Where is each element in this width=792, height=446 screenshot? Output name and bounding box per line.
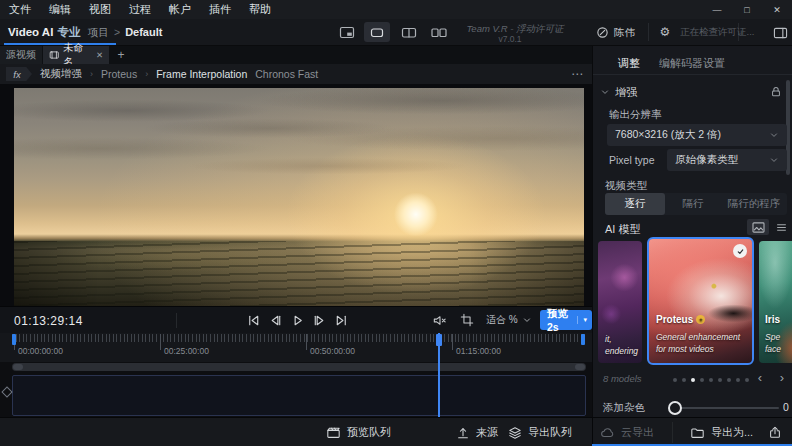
filter-enhancement-model[interactable]: Proteus	[101, 68, 137, 80]
export-queue-button[interactable]: 导出队列	[508, 424, 572, 441]
prev-frame-button[interactable]	[264, 309, 286, 331]
carousel-dot[interactable]	[682, 378, 686, 382]
jump-start-button[interactable]	[242, 309, 264, 331]
carousel-dot-active[interactable]	[691, 378, 695, 382]
next-frame-button[interactable]	[308, 309, 330, 331]
menu-edit[interactable]: 编辑	[40, 0, 80, 19]
view-mode-pip-button[interactable]	[334, 22, 360, 42]
upload-icon	[456, 426, 470, 440]
video-preview	[14, 88, 584, 306]
segment-interlaced-progressive[interactable]: 隔行的程序	[721, 193, 787, 215]
project-breadcrumb: 项目>Default	[88, 26, 162, 40]
tab-codec-settings[interactable]: 编解码器设置	[659, 56, 725, 71]
menu-file[interactable]: 文件	[0, 0, 40, 19]
carousel-dot[interactable]	[709, 378, 713, 382]
speaker-mute-icon	[432, 313, 447, 328]
sources-button[interactable]: 来源	[456, 424, 498, 441]
filter-interpolation[interactable]: Frame Interpolation	[156, 68, 247, 80]
carousel-dot[interactable]	[736, 378, 740, 382]
jump-end-button[interactable]	[330, 309, 352, 331]
timeline-zoom-scrollbar[interactable]	[12, 363, 586, 371]
list-view-button[interactable]	[773, 219, 789, 235]
trim-start-handle[interactable]	[12, 334, 16, 345]
pixel-type-select[interactable]: 原始像素类型	[667, 149, 787, 171]
export-queue-label: 导出队列	[528, 425, 572, 440]
segment-interlaced[interactable]: 隔行	[665, 193, 721, 215]
playbar-divider	[176, 313, 177, 328]
model-card-proteus-selected[interactable]: Proteus ✦ General enhancement for most v…	[647, 237, 754, 365]
section-collapse-button[interactable]	[599, 86, 611, 98]
filter-interpolation-model[interactable]: Chronos Fast	[255, 68, 318, 80]
menu-help[interactable]: 帮助	[240, 0, 280, 19]
minimize-button[interactable]: —	[702, 0, 732, 19]
menu-account[interactable]: 帐户	[160, 0, 200, 19]
film-icon	[49, 50, 59, 60]
video-type-segmented-control: 逐行 隔行 隔行的程序	[605, 193, 787, 215]
view-mode-dual-button[interactable]	[426, 22, 452, 42]
filter-enhancement[interactable]: 视频增强	[40, 67, 82, 81]
settings-button[interactable]: ⚙	[655, 22, 675, 42]
thumbnail-view-button[interactable]	[747, 219, 769, 235]
window-controls: — □ ✕	[702, 0, 792, 19]
tab-source-video[interactable]: 源视频	[0, 46, 42, 64]
carousel-dot[interactable]	[700, 378, 704, 382]
menu-plugins[interactable]: 插件	[200, 0, 240, 19]
view-mode-single-button[interactable]	[364, 22, 390, 42]
tab-untitled[interactable]: 未命名 ✕	[43, 46, 109, 64]
more-options-button[interactable]: ⋯	[571, 64, 584, 84]
carousel-dot[interactable]	[718, 378, 722, 382]
menu-view[interactable]: 视图	[80, 0, 120, 19]
new-tab-button[interactable]: +	[112, 46, 130, 64]
ruler-ticks	[12, 334, 586, 342]
segment-progressive[interactable]: 逐行	[605, 193, 665, 215]
chevron-down-icon	[600, 87, 610, 97]
split-view-icon	[401, 25, 417, 40]
output-resolution-select[interactable]: 7680×3216 (放大 2 倍)	[607, 124, 787, 146]
model-card-iris[interactable]: Iris Spe face	[759, 241, 792, 363]
section-enhance-label: 增强	[615, 85, 637, 100]
model-name-text: Proteus	[656, 314, 693, 325]
carousel-next-button[interactable]: ›	[775, 370, 789, 385]
model-card-previous[interactable]: it, endering	[598, 241, 642, 363]
cloud-export-button[interactable]: 云导出	[600, 424, 654, 441]
account-circle-icon	[596, 26, 609, 39]
close-button[interactable]: ✕	[762, 0, 792, 19]
carousel-dot[interactable]	[727, 378, 731, 382]
model-desc-fragment: face	[765, 344, 792, 355]
panel-toggle-button[interactable]	[770, 23, 790, 42]
tab-close-button[interactable]: ✕	[96, 50, 103, 60]
crop-button[interactable]	[456, 309, 478, 331]
carousel-dots	[673, 378, 749, 382]
project-name[interactable]: Default	[125, 26, 162, 38]
view-mode-split-button[interactable]	[396, 22, 422, 42]
preview-button[interactable]: 预览 2s ▾	[540, 310, 592, 330]
add-grain-slider-knob[interactable]	[668, 401, 682, 415]
carousel-dot[interactable]	[745, 378, 749, 382]
carousel-prev-button[interactable]: ‹	[753, 370, 767, 385]
panel-divider	[593, 74, 792, 75]
preview-queue-button[interactable]: 预览队列	[326, 424, 391, 441]
preview-options-caret-icon[interactable]: ▾	[577, 316, 587, 324]
add-grain-slider-track[interactable]	[673, 407, 779, 409]
account-button[interactable]: 陈伟	[596, 23, 635, 42]
account-name: 陈伟	[614, 26, 635, 40]
share-export-button[interactable]	[768, 424, 782, 441]
preview-queue-label: 预览队列	[347, 425, 391, 440]
play-button[interactable]	[286, 309, 308, 331]
breadcrumb-separator: ›	[145, 69, 148, 79]
ruler-label: 00:50:00:00	[310, 346, 355, 356]
export-as-button[interactable]: 导出为...	[690, 424, 753, 441]
mute-button[interactable]	[428, 309, 450, 331]
carousel-dot[interactable]	[673, 378, 677, 382]
timeline-ruler[interactable]: 00:00:00:00 00:25:00:00 00:50:00:00 01:1…	[0, 333, 592, 362]
tab-adjust[interactable]: 调整	[618, 56, 640, 71]
maximize-button[interactable]: □	[732, 0, 762, 19]
project-label: 项目	[88, 26, 109, 38]
zoom-fit-dropdown[interactable]: 适合 %	[486, 309, 532, 331]
menu-process[interactable]: 过程	[120, 0, 160, 19]
timeline-track[interactable]	[12, 375, 586, 416]
lock-button[interactable]	[769, 84, 783, 98]
trim-end-handle[interactable]	[581, 334, 585, 345]
model-description: General enhancement for most videos	[656, 332, 748, 355]
single-view-icon	[369, 25, 385, 40]
